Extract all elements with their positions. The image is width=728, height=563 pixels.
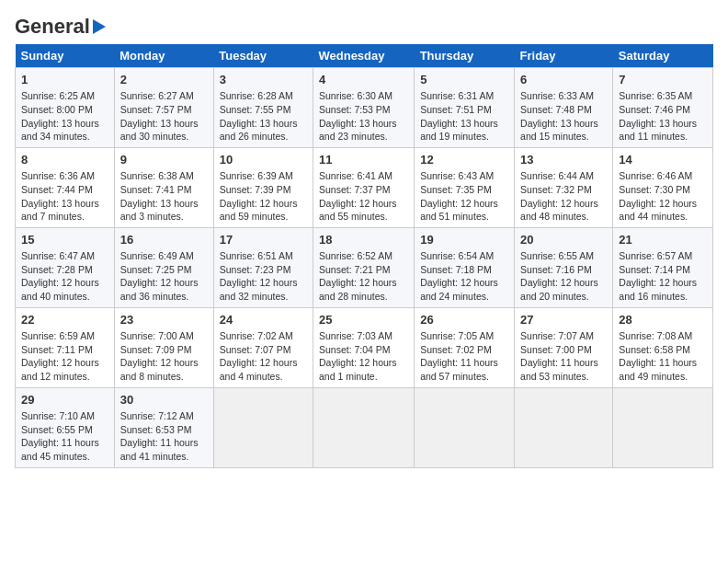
day-number: 24	[220, 312, 307, 328]
daylight-label: Daylight: 12 hours and 36 minutes.	[120, 277, 199, 302]
day-number: 19	[420, 232, 508, 248]
calendar-body: 1Sunrise: 6:25 AMSunset: 8:00 PMDaylight…	[16, 68, 713, 468]
day-number: 21	[619, 232, 707, 248]
day-number: 26	[420, 312, 508, 328]
sunrise-text: Sunrise: 6:54 AM	[420, 250, 494, 261]
sunset-text: Sunset: 7:44 PM	[21, 184, 93, 195]
daylight-label: Daylight: 11 hours and 53 minutes.	[520, 357, 598, 382]
day-number: 16	[120, 232, 208, 248]
calendar-cell: 14Sunrise: 6:46 AMSunset: 7:30 PMDayligh…	[613, 147, 713, 227]
day-number: 10	[220, 152, 307, 168]
sunrise-text: Sunrise: 7:05 AM	[420, 330, 494, 341]
daylight-label: Daylight: 13 hours and 26 minutes.	[220, 118, 298, 143]
daylight-label: Daylight: 11 hours and 49 minutes.	[619, 357, 697, 382]
calendar-table: SundayMondayTuesdayWednesdayThursdayFrid…	[15, 44, 713, 468]
sunset-text: Sunset: 7:30 PM	[619, 184, 690, 195]
sunset-text: Sunset: 7:04 PM	[319, 344, 391, 355]
sunrise-text: Sunrise: 7:00 AM	[120, 330, 194, 341]
calendar-cell: 9Sunrise: 6:38 AMSunset: 7:41 PMDaylight…	[114, 147, 213, 227]
sunset-text: Sunset: 7:28 PM	[21, 264, 93, 275]
sunset-text: Sunset: 7:53 PM	[319, 104, 391, 115]
sunset-text: Sunset: 7:16 PM	[520, 264, 592, 275]
col-header-thursday: Thursday	[415, 44, 515, 68]
sunrise-text: Sunrise: 6:47 AM	[21, 250, 95, 261]
sunrise-text: Sunrise: 6:57 AM	[619, 250, 692, 261]
sunrise-text: Sunrise: 7:08 AM	[619, 330, 692, 341]
logo-arrow-icon	[93, 19, 106, 34]
sunset-text: Sunset: 7:02 PM	[420, 344, 492, 355]
calendar-header-row: SundayMondayTuesdayWednesdayThursdayFrid…	[16, 44, 713, 68]
calendar-cell: 5Sunrise: 6:31 AMSunset: 7:51 PMDaylight…	[415, 68, 515, 148]
day-number: 7	[619, 72, 707, 88]
sunset-text: Sunset: 7:39 PM	[220, 184, 291, 195]
day-number: 6	[520, 72, 607, 88]
daylight-label: Daylight: 12 hours and 4 minutes.	[220, 357, 298, 382]
day-number: 8	[21, 152, 108, 168]
day-number: 2	[120, 72, 208, 88]
sunset-text: Sunset: 7:11 PM	[21, 344, 93, 355]
day-number: 9	[120, 152, 208, 168]
sunset-text: Sunset: 7:21 PM	[319, 264, 391, 275]
daylight-label: Daylight: 13 hours and 7 minutes.	[21, 198, 99, 223]
day-number: 5	[420, 72, 508, 88]
sunrise-text: Sunrise: 6:49 AM	[120, 250, 194, 261]
sunset-text: Sunset: 7:48 PM	[520, 104, 592, 115]
col-header-friday: Friday	[515, 44, 613, 68]
col-header-monday: Monday	[114, 44, 213, 68]
col-header-saturday: Saturday	[613, 44, 713, 68]
sunset-text: Sunset: 7:46 PM	[619, 104, 690, 115]
sunrise-text: Sunrise: 6:41 AM	[319, 170, 392, 181]
day-number: 28	[619, 312, 707, 328]
calendar-cell: 4Sunrise: 6:30 AMSunset: 7:53 PMDaylight…	[313, 68, 414, 148]
calendar-cell: 8Sunrise: 6:36 AMSunset: 7:44 PMDaylight…	[16, 147, 115, 227]
sunrise-text: Sunrise: 7:07 AM	[520, 330, 594, 341]
sunset-text: Sunset: 6:58 PM	[619, 344, 690, 355]
daylight-label: Daylight: 11 hours and 45 minutes.	[21, 437, 99, 462]
sunrise-text: Sunrise: 6:35 AM	[619, 90, 692, 101]
day-number: 17	[220, 232, 307, 248]
calendar-cell: 6Sunrise: 6:33 AMSunset: 7:48 PMDaylight…	[515, 68, 613, 148]
calendar-cell: 7Sunrise: 6:35 AMSunset: 7:46 PMDaylight…	[613, 68, 713, 148]
sunrise-text: Sunrise: 6:51 AM	[220, 250, 293, 261]
daylight-label: Daylight: 13 hours and 3 minutes.	[120, 198, 199, 223]
calendar-cell: 22Sunrise: 6:59 AMSunset: 7:11 PMDayligh…	[16, 307, 115, 387]
sunrise-text: Sunrise: 6:39 AM	[220, 170, 293, 181]
sunrise-text: Sunrise: 6:38 AM	[120, 170, 194, 181]
daylight-label: Daylight: 13 hours and 15 minutes.	[520, 118, 598, 143]
sunset-text: Sunset: 7:41 PM	[120, 184, 192, 195]
calendar-cell: 25Sunrise: 7:03 AMSunset: 7:04 PMDayligh…	[313, 307, 414, 387]
calendar-cell: 11Sunrise: 6:41 AMSunset: 7:37 PMDayligh…	[313, 147, 414, 227]
calendar-cell: 17Sunrise: 6:51 AMSunset: 7:23 PMDayligh…	[213, 227, 313, 307]
calendar-cell: 19Sunrise: 6:54 AMSunset: 7:18 PMDayligh…	[415, 227, 515, 307]
col-header-sunday: Sunday	[16, 44, 115, 68]
calendar-cell	[613, 387, 713, 467]
daylight-label: Daylight: 12 hours and 48 minutes.	[520, 198, 598, 223]
daylight-label: Daylight: 12 hours and 12 minutes.	[21, 357, 99, 382]
sunset-text: Sunset: 7:23 PM	[220, 264, 291, 275]
calendar-week-row: 22Sunrise: 6:59 AMSunset: 7:11 PMDayligh…	[16, 307, 713, 387]
calendar-cell: 20Sunrise: 6:55 AMSunset: 7:16 PMDayligh…	[515, 227, 613, 307]
daylight-label: Daylight: 13 hours and 19 minutes.	[420, 118, 498, 143]
day-number: 22	[21, 312, 108, 328]
sunset-text: Sunset: 7:35 PM	[420, 184, 492, 195]
calendar-cell	[515, 387, 613, 467]
day-number: 14	[619, 152, 707, 168]
sunset-text: Sunset: 7:55 PM	[220, 104, 291, 115]
sunset-text: Sunset: 7:14 PM	[619, 264, 690, 275]
calendar-cell: 18Sunrise: 6:52 AMSunset: 7:21 PMDayligh…	[313, 227, 414, 307]
day-number: 3	[220, 72, 307, 88]
sunset-text: Sunset: 7:32 PM	[520, 184, 592, 195]
calendar-cell: 13Sunrise: 6:44 AMSunset: 7:32 PMDayligh…	[515, 147, 613, 227]
sunset-text: Sunset: 7:00 PM	[520, 344, 592, 355]
calendar-cell: 2Sunrise: 6:27 AMSunset: 7:57 PMDaylight…	[114, 68, 213, 148]
page-container: General SundayMondayTuesdayWednesdayThur…	[0, 0, 728, 476]
day-number: 30	[120, 392, 208, 408]
daylight-label: Daylight: 12 hours and 24 minutes.	[420, 277, 498, 302]
calendar-cell	[313, 387, 414, 467]
calendar-week-row: 1Sunrise: 6:25 AMSunset: 8:00 PMDaylight…	[16, 68, 713, 148]
daylight-label: Daylight: 12 hours and 32 minutes.	[220, 277, 298, 302]
sunrise-text: Sunrise: 6:55 AM	[520, 250, 594, 261]
daylight-label: Daylight: 12 hours and 16 minutes.	[619, 277, 697, 302]
sunrise-text: Sunrise: 6:44 AM	[520, 170, 594, 181]
sunrise-text: Sunrise: 7:02 AM	[220, 330, 293, 341]
